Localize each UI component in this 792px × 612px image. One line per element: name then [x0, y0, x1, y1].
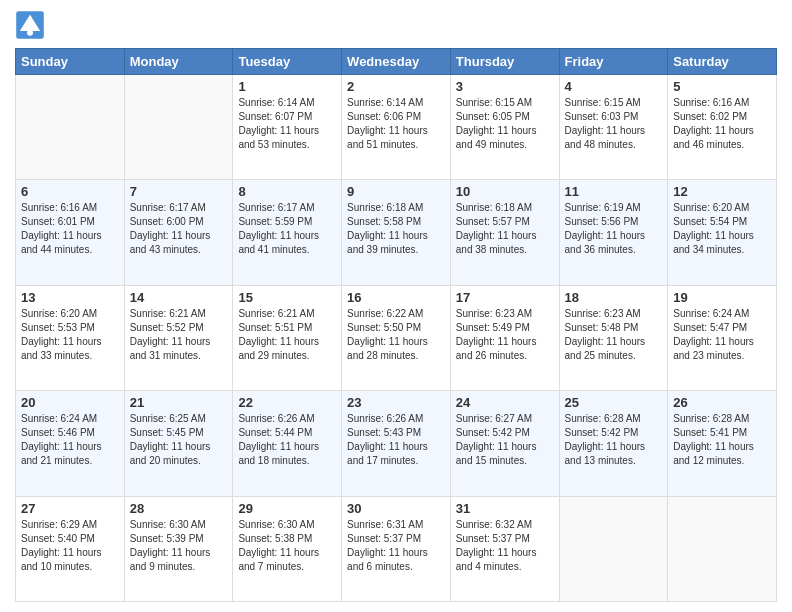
day-number: 24: [456, 395, 554, 410]
weekday-header: Friday: [559, 49, 668, 75]
day-info: Sunrise: 6:15 AMSunset: 6:03 PMDaylight:…: [565, 96, 663, 152]
day-info: Sunrise: 6:25 AMSunset: 5:45 PMDaylight:…: [130, 412, 228, 468]
calendar-day-cell: 2Sunrise: 6:14 AMSunset: 6:06 PMDaylight…: [342, 75, 451, 180]
calendar-day-cell: 19Sunrise: 6:24 AMSunset: 5:47 PMDayligh…: [668, 285, 777, 390]
day-number: 13: [21, 290, 119, 305]
day-info: Sunrise: 6:22 AMSunset: 5:50 PMDaylight:…: [347, 307, 445, 363]
day-number: 7: [130, 184, 228, 199]
day-number: 15: [238, 290, 336, 305]
day-info: Sunrise: 6:14 AMSunset: 6:06 PMDaylight:…: [347, 96, 445, 152]
calendar-day-cell: 5Sunrise: 6:16 AMSunset: 6:02 PMDaylight…: [668, 75, 777, 180]
day-number: 1: [238, 79, 336, 94]
calendar-day-cell: 9Sunrise: 6:18 AMSunset: 5:58 PMDaylight…: [342, 180, 451, 285]
calendar-header-row: SundayMondayTuesdayWednesdayThursdayFrid…: [16, 49, 777, 75]
day-number: 3: [456, 79, 554, 94]
calendar-day-cell: 8Sunrise: 6:17 AMSunset: 5:59 PMDaylight…: [233, 180, 342, 285]
calendar-day-cell: 10Sunrise: 6:18 AMSunset: 5:57 PMDayligh…: [450, 180, 559, 285]
calendar-day-cell: 15Sunrise: 6:21 AMSunset: 5:51 PMDayligh…: [233, 285, 342, 390]
day-info: Sunrise: 6:14 AMSunset: 6:07 PMDaylight:…: [238, 96, 336, 152]
day-number: 31: [456, 501, 554, 516]
weekday-header: Sunday: [16, 49, 125, 75]
day-info: Sunrise: 6:32 AMSunset: 5:37 PMDaylight:…: [456, 518, 554, 574]
calendar: SundayMondayTuesdayWednesdayThursdayFrid…: [15, 48, 777, 602]
day-number: 4: [565, 79, 663, 94]
day-number: 18: [565, 290, 663, 305]
day-info: Sunrise: 6:16 AMSunset: 6:02 PMDaylight:…: [673, 96, 771, 152]
day-number: 26: [673, 395, 771, 410]
calendar-day-cell: 26Sunrise: 6:28 AMSunset: 5:41 PMDayligh…: [668, 391, 777, 496]
calendar-day-cell: 14Sunrise: 6:21 AMSunset: 5:52 PMDayligh…: [124, 285, 233, 390]
day-number: 5: [673, 79, 771, 94]
weekday-header: Wednesday: [342, 49, 451, 75]
calendar-day-cell: [16, 75, 125, 180]
day-number: 6: [21, 184, 119, 199]
day-info: Sunrise: 6:17 AMSunset: 6:00 PMDaylight:…: [130, 201, 228, 257]
day-info: Sunrise: 6:30 AMSunset: 5:38 PMDaylight:…: [238, 518, 336, 574]
calendar-day-cell: 6Sunrise: 6:16 AMSunset: 6:01 PMDaylight…: [16, 180, 125, 285]
calendar-day-cell: [668, 496, 777, 601]
day-number: 10: [456, 184, 554, 199]
calendar-day-cell: 30Sunrise: 6:31 AMSunset: 5:37 PMDayligh…: [342, 496, 451, 601]
calendar-day-cell: 7Sunrise: 6:17 AMSunset: 6:00 PMDaylight…: [124, 180, 233, 285]
calendar-week-row: 1Sunrise: 6:14 AMSunset: 6:07 PMDaylight…: [16, 75, 777, 180]
day-info: Sunrise: 6:18 AMSunset: 5:57 PMDaylight:…: [456, 201, 554, 257]
svg-point-2: [27, 30, 33, 36]
calendar-day-cell: 1Sunrise: 6:14 AMSunset: 6:07 PMDaylight…: [233, 75, 342, 180]
weekday-header: Saturday: [668, 49, 777, 75]
logo: [15, 10, 47, 40]
day-number: 12: [673, 184, 771, 199]
calendar-day-cell: 18Sunrise: 6:23 AMSunset: 5:48 PMDayligh…: [559, 285, 668, 390]
day-info: Sunrise: 6:21 AMSunset: 5:52 PMDaylight:…: [130, 307, 228, 363]
day-number: 11: [565, 184, 663, 199]
calendar-day-cell: 25Sunrise: 6:28 AMSunset: 5:42 PMDayligh…: [559, 391, 668, 496]
calendar-day-cell: 24Sunrise: 6:27 AMSunset: 5:42 PMDayligh…: [450, 391, 559, 496]
logo-icon: [15, 10, 45, 40]
day-info: Sunrise: 6:21 AMSunset: 5:51 PMDaylight:…: [238, 307, 336, 363]
calendar-day-cell: [124, 75, 233, 180]
calendar-day-cell: 28Sunrise: 6:30 AMSunset: 5:39 PMDayligh…: [124, 496, 233, 601]
day-number: 23: [347, 395, 445, 410]
calendar-week-row: 13Sunrise: 6:20 AMSunset: 5:53 PMDayligh…: [16, 285, 777, 390]
day-info: Sunrise: 6:28 AMSunset: 5:41 PMDaylight:…: [673, 412, 771, 468]
day-number: 25: [565, 395, 663, 410]
calendar-day-cell: 31Sunrise: 6:32 AMSunset: 5:37 PMDayligh…: [450, 496, 559, 601]
calendar-day-cell: 12Sunrise: 6:20 AMSunset: 5:54 PMDayligh…: [668, 180, 777, 285]
day-number: 19: [673, 290, 771, 305]
calendar-day-cell: 11Sunrise: 6:19 AMSunset: 5:56 PMDayligh…: [559, 180, 668, 285]
day-number: 14: [130, 290, 228, 305]
day-number: 27: [21, 501, 119, 516]
day-number: 20: [21, 395, 119, 410]
day-info: Sunrise: 6:23 AMSunset: 5:48 PMDaylight:…: [565, 307, 663, 363]
day-number: 16: [347, 290, 445, 305]
day-number: 22: [238, 395, 336, 410]
day-number: 9: [347, 184, 445, 199]
calendar-week-row: 27Sunrise: 6:29 AMSunset: 5:40 PMDayligh…: [16, 496, 777, 601]
day-number: 29: [238, 501, 336, 516]
day-info: Sunrise: 6:24 AMSunset: 5:47 PMDaylight:…: [673, 307, 771, 363]
day-info: Sunrise: 6:16 AMSunset: 6:01 PMDaylight:…: [21, 201, 119, 257]
day-info: Sunrise: 6:20 AMSunset: 5:53 PMDaylight:…: [21, 307, 119, 363]
day-number: 21: [130, 395, 228, 410]
calendar-day-cell: 3Sunrise: 6:15 AMSunset: 6:05 PMDaylight…: [450, 75, 559, 180]
calendar-day-cell: 13Sunrise: 6:20 AMSunset: 5:53 PMDayligh…: [16, 285, 125, 390]
day-number: 30: [347, 501, 445, 516]
weekday-header: Thursday: [450, 49, 559, 75]
day-info: Sunrise: 6:15 AMSunset: 6:05 PMDaylight:…: [456, 96, 554, 152]
weekday-header: Tuesday: [233, 49, 342, 75]
day-number: 8: [238, 184, 336, 199]
calendar-day-cell: 27Sunrise: 6:29 AMSunset: 5:40 PMDayligh…: [16, 496, 125, 601]
calendar-week-row: 20Sunrise: 6:24 AMSunset: 5:46 PMDayligh…: [16, 391, 777, 496]
calendar-day-cell: 21Sunrise: 6:25 AMSunset: 5:45 PMDayligh…: [124, 391, 233, 496]
calendar-day-cell: 4Sunrise: 6:15 AMSunset: 6:03 PMDaylight…: [559, 75, 668, 180]
day-info: Sunrise: 6:26 AMSunset: 5:44 PMDaylight:…: [238, 412, 336, 468]
day-info: Sunrise: 6:20 AMSunset: 5:54 PMDaylight:…: [673, 201, 771, 257]
header: [15, 10, 777, 40]
weekday-header: Monday: [124, 49, 233, 75]
day-info: Sunrise: 6:30 AMSunset: 5:39 PMDaylight:…: [130, 518, 228, 574]
day-info: Sunrise: 6:24 AMSunset: 5:46 PMDaylight:…: [21, 412, 119, 468]
day-info: Sunrise: 6:18 AMSunset: 5:58 PMDaylight:…: [347, 201, 445, 257]
day-number: 28: [130, 501, 228, 516]
calendar-day-cell: 22Sunrise: 6:26 AMSunset: 5:44 PMDayligh…: [233, 391, 342, 496]
calendar-week-row: 6Sunrise: 6:16 AMSunset: 6:01 PMDaylight…: [16, 180, 777, 285]
calendar-day-cell: 17Sunrise: 6:23 AMSunset: 5:49 PMDayligh…: [450, 285, 559, 390]
